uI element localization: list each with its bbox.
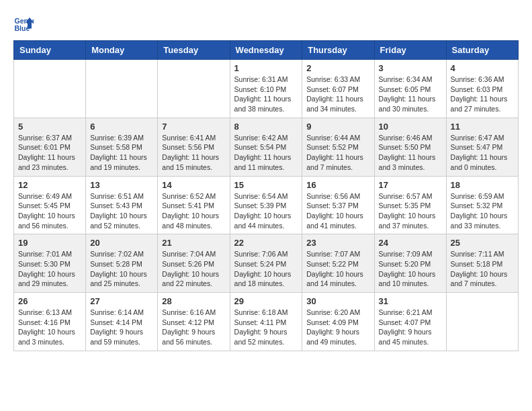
- day-number: 1: [234, 63, 298, 73]
- day-info: Sunrise: 6:49 AM Sunset: 5:45 PM Dayligh…: [18, 191, 81, 231]
- day-info: Sunrise: 6:44 AM Sunset: 5:52 PM Dayligh…: [306, 133, 369, 173]
- page-header: General Blue: [13, 13, 519, 34]
- day-number: 14: [162, 180, 225, 190]
- day-number: 23: [306, 238, 369, 248]
- day-info: Sunrise: 6:41 AM Sunset: 5:56 PM Dayligh…: [162, 133, 225, 173]
- day-number: 16: [306, 180, 369, 190]
- calendar-cell: 10Sunrise: 6:46 AM Sunset: 5:50 PM Dayli…: [374, 118, 446, 176]
- day-header-saturday: Saturday: [446, 41, 518, 60]
- calendar-cell: 23Sunrise: 7:07 AM Sunset: 5:22 PM Dayli…: [302, 234, 374, 293]
- day-number: 21: [162, 238, 225, 248]
- calendar-cell: 14Sunrise: 6:52 AM Sunset: 5:41 PM Dayli…: [158, 176, 230, 234]
- day-number: 5: [18, 122, 81, 132]
- day-number: 13: [90, 180, 153, 190]
- day-header-friday: Friday: [374, 41, 446, 60]
- calendar-cell: 1Sunrise: 6:31 AM Sunset: 6:10 PM Daylig…: [230, 60, 302, 118]
- day-info: Sunrise: 7:11 AM Sunset: 5:18 PM Dayligh…: [451, 249, 514, 289]
- day-header-monday: Monday: [86, 41, 158, 60]
- day-number: 12: [18, 180, 81, 190]
- day-number: 28: [162, 296, 225, 306]
- day-info: Sunrise: 6:52 AM Sunset: 5:41 PM Dayligh…: [162, 191, 225, 231]
- day-number: 19: [18, 238, 81, 248]
- day-number: 8: [234, 122, 298, 132]
- calendar-cell: 15Sunrise: 6:54 AM Sunset: 5:39 PM Dayli…: [230, 176, 302, 234]
- calendar-week-row: 1Sunrise: 6:31 AM Sunset: 6:10 PM Daylig…: [14, 60, 519, 118]
- logo: General Blue: [13, 13, 36, 34]
- day-number: 9: [306, 122, 369, 132]
- calendar-week-row: 5Sunrise: 6:37 AM Sunset: 6:01 PM Daylig…: [14, 118, 519, 176]
- day-number: 20: [90, 238, 153, 248]
- calendar-cell: 11Sunrise: 6:47 AM Sunset: 5:47 PM Dayli…: [446, 118, 518, 176]
- day-number: 6: [90, 122, 153, 132]
- day-number: 3: [379, 63, 442, 73]
- calendar-cell: 9Sunrise: 6:44 AM Sunset: 5:52 PM Daylig…: [302, 118, 374, 176]
- day-number: 10: [379, 122, 442, 132]
- calendar-cell: 3Sunrise: 6:34 AM Sunset: 6:05 PM Daylig…: [374, 60, 446, 118]
- calendar-cell: [158, 60, 230, 118]
- day-info: Sunrise: 6:37 AM Sunset: 6:01 PM Dayligh…: [18, 133, 81, 173]
- day-info: Sunrise: 7:06 AM Sunset: 5:24 PM Dayligh…: [234, 249, 298, 289]
- calendar-cell: 25Sunrise: 7:11 AM Sunset: 5:18 PM Dayli…: [446, 234, 518, 293]
- day-info: Sunrise: 6:20 AM Sunset: 4:09 PM Dayligh…: [306, 308, 369, 347]
- day-number: 15: [234, 180, 298, 190]
- day-info: Sunrise: 6:39 AM Sunset: 5:58 PM Dayligh…: [90, 133, 153, 173]
- calendar-cell: 5Sunrise: 6:37 AM Sunset: 6:01 PM Daylig…: [14, 118, 86, 176]
- calendar-cell: 19Sunrise: 7:01 AM Sunset: 5:30 PM Dayli…: [14, 234, 86, 293]
- day-info: Sunrise: 6:14 AM Sunset: 4:14 PM Dayligh…: [90, 308, 153, 347]
- day-info: Sunrise: 6:59 AM Sunset: 5:32 PM Dayligh…: [451, 191, 514, 231]
- calendar-cell: 22Sunrise: 7:06 AM Sunset: 5:24 PM Dayli…: [230, 234, 302, 293]
- day-info: Sunrise: 6:47 AM Sunset: 5:47 PM Dayligh…: [451, 133, 514, 173]
- svg-text:Blue: Blue: [15, 24, 30, 32]
- day-number: 26: [18, 296, 81, 306]
- day-info: Sunrise: 6:54 AM Sunset: 5:39 PM Dayligh…: [234, 191, 298, 231]
- calendar-cell: [14, 60, 86, 118]
- calendar-table: SundayMondayTuesdayWednesdayThursdayFrid…: [13, 40, 519, 351]
- day-info: Sunrise: 6:36 AM Sunset: 6:03 PM Dayligh…: [451, 75, 514, 114]
- calendar-week-row: 12Sunrise: 6:49 AM Sunset: 5:45 PM Dayli…: [14, 176, 519, 234]
- day-number: 7: [162, 122, 225, 132]
- calendar-cell: 18Sunrise: 6:59 AM Sunset: 5:32 PM Dayli…: [446, 176, 518, 234]
- day-number: 22: [234, 238, 298, 248]
- calendar-cell: 16Sunrise: 6:56 AM Sunset: 5:37 PM Dayli…: [302, 176, 374, 234]
- logo-icon: General Blue: [13, 13, 34, 34]
- calendar-cell: 7Sunrise: 6:41 AM Sunset: 5:56 PM Daylig…: [158, 118, 230, 176]
- day-header-sunday: Sunday: [14, 41, 86, 60]
- day-info: Sunrise: 6:21 AM Sunset: 4:07 PM Dayligh…: [379, 308, 442, 347]
- day-info: Sunrise: 6:46 AM Sunset: 5:50 PM Dayligh…: [379, 133, 442, 173]
- day-info: Sunrise: 6:51 AM Sunset: 5:43 PM Dayligh…: [90, 191, 153, 231]
- calendar-cell: 4Sunrise: 6:36 AM Sunset: 6:03 PM Daylig…: [446, 60, 518, 118]
- calendar-cell: 8Sunrise: 6:42 AM Sunset: 5:54 PM Daylig…: [230, 118, 302, 176]
- calendar-week-row: 19Sunrise: 7:01 AM Sunset: 5:30 PM Dayli…: [14, 234, 519, 293]
- day-number: 24: [379, 238, 442, 248]
- calendar-cell: 12Sunrise: 6:49 AM Sunset: 5:45 PM Dayli…: [14, 176, 86, 234]
- day-info: Sunrise: 6:33 AM Sunset: 6:07 PM Dayligh…: [306, 75, 369, 114]
- day-info: Sunrise: 6:31 AM Sunset: 6:10 PM Dayligh…: [234, 75, 298, 114]
- calendar-cell: 26Sunrise: 6:13 AM Sunset: 4:16 PM Dayli…: [14, 293, 86, 351]
- day-number: 2: [306, 63, 369, 73]
- calendar-cell: 17Sunrise: 6:57 AM Sunset: 5:35 PM Dayli…: [374, 176, 446, 234]
- day-info: Sunrise: 6:18 AM Sunset: 4:11 PM Dayligh…: [234, 308, 298, 347]
- calendar-cell: [86, 60, 158, 118]
- calendar-cell: 2Sunrise: 6:33 AM Sunset: 6:07 PM Daylig…: [302, 60, 374, 118]
- day-header-wednesday: Wednesday: [230, 41, 302, 60]
- day-info: Sunrise: 6:16 AM Sunset: 4:12 PM Dayligh…: [162, 308, 225, 347]
- day-info: Sunrise: 6:57 AM Sunset: 5:35 PM Dayligh…: [379, 191, 442, 231]
- day-number: 30: [306, 296, 369, 306]
- day-number: 31: [379, 296, 442, 306]
- day-info: Sunrise: 6:42 AM Sunset: 5:54 PM Dayligh…: [234, 133, 298, 173]
- day-info: Sunrise: 7:09 AM Sunset: 5:20 PM Dayligh…: [379, 249, 442, 289]
- calendar-cell: 31Sunrise: 6:21 AM Sunset: 4:07 PM Dayli…: [374, 293, 446, 351]
- day-info: Sunrise: 7:02 AM Sunset: 5:28 PM Dayligh…: [90, 249, 153, 289]
- day-info: Sunrise: 7:04 AM Sunset: 5:26 PM Dayligh…: [162, 249, 225, 289]
- calendar-cell: 27Sunrise: 6:14 AM Sunset: 4:14 PM Dayli…: [86, 293, 158, 351]
- calendar-cell: 20Sunrise: 7:02 AM Sunset: 5:28 PM Dayli…: [86, 234, 158, 293]
- calendar-cell: 6Sunrise: 6:39 AM Sunset: 5:58 PM Daylig…: [86, 118, 158, 176]
- day-info: Sunrise: 6:56 AM Sunset: 5:37 PM Dayligh…: [306, 191, 369, 231]
- day-info: Sunrise: 6:34 AM Sunset: 6:05 PM Dayligh…: [379, 75, 442, 114]
- day-info: Sunrise: 6:13 AM Sunset: 4:16 PM Dayligh…: [18, 308, 81, 347]
- day-number: 18: [451, 180, 514, 190]
- calendar-cell: [446, 293, 518, 351]
- day-header-thursday: Thursday: [302, 41, 374, 60]
- day-number: 29: [234, 296, 298, 306]
- calendar-cell: 24Sunrise: 7:09 AM Sunset: 5:20 PM Dayli…: [374, 234, 446, 293]
